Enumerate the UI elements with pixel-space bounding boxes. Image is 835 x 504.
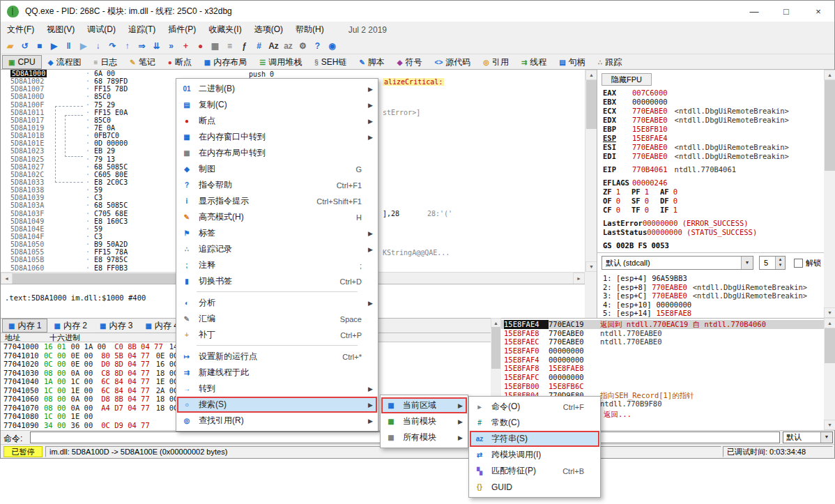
open-file-button[interactable]: ▰ bbox=[3, 39, 17, 53]
disasm-address[interactable]: 5D8A100F bbox=[10, 101, 44, 109]
register-row[interactable]: LastError00000000 (ERROR_SUCCESS) bbox=[603, 219, 822, 228]
stack-row[interactable]: 15E8FAF000000000 bbox=[501, 346, 824, 356]
flag-value[interactable]: 0 bbox=[673, 188, 677, 196]
memory-map-button[interactable]: ▦ bbox=[208, 39, 222, 53]
disasm-address[interactable]: 5D8A1055 bbox=[10, 248, 44, 256]
disasm-address[interactable]: 5D8A1000 bbox=[10, 70, 47, 77]
register-value[interactable]: 770EABE0 bbox=[632, 116, 668, 124]
maximize-button[interactable]: □ bbox=[770, 1, 802, 22]
run-alt-button[interactable]: ▶ bbox=[76, 39, 91, 53]
register-value[interactable]: 00000246 bbox=[632, 178, 668, 187]
menu-item-follow-in-memory-map[interactable]: ▦在内存布局中转到▶ bbox=[177, 145, 377, 161]
tab-log[interactable]: ≡日志 bbox=[88, 55, 124, 69]
disasm-address[interactable]: 5D8A1017 bbox=[10, 116, 44, 124]
register-row[interactable]: ECX770EABE0<ntdll.DbgUiRemoteBreakin> bbox=[603, 107, 822, 116]
register-row[interactable]: ESI770EABE0<ntdll.DbgUiRemoteBreakin> bbox=[603, 143, 822, 152]
disasm-address[interactable]: 5D8A103A bbox=[10, 201, 44, 209]
disasm-address[interactable]: 5D8A1019 bbox=[10, 124, 44, 132]
flags-row[interactable]: ZF1PF1AF0 bbox=[603, 188, 822, 197]
argument-row[interactable]: 5: [esp+14]15E8FAE8 bbox=[603, 309, 822, 318]
scroll-up-icon[interactable]: ▲ bbox=[824, 70, 835, 80]
sync-button[interactable]: ◉ bbox=[325, 39, 339, 53]
stack-row[interactable]: 15E8FB0015E8FB6C bbox=[501, 382, 824, 391]
patch-button[interactable]: + bbox=[178, 39, 193, 53]
disasm-address[interactable]: 5D8A101B bbox=[10, 132, 44, 139]
register-value[interactable]: 00000000 bbox=[632, 98, 668, 106]
tab-breakpoints[interactable]: ●断点 bbox=[162, 55, 198, 69]
menu-item-graph[interactable]: ◆制图G▶ bbox=[177, 161, 377, 177]
disasm-address[interactable]: 5D8A1023 bbox=[10, 147, 44, 155]
register-value[interactable]: 770EABE0 bbox=[632, 152, 668, 160]
menubar-item-2[interactable]: 视图(V) bbox=[40, 22, 81, 38]
argument-row[interactable]: 3: [esp+C]770EABE0<ntdll.DbgUiRemoteBrea… bbox=[603, 291, 822, 300]
argument-row[interactable]: 2: [esp+8]770EABE0<ntdll.DbgUiRemoteBrea… bbox=[603, 283, 822, 292]
tab-script[interactable]: ✎脚本 bbox=[353, 55, 390, 69]
tab-handles[interactable]: ▤句柄 bbox=[553, 55, 591, 69]
scroll-left-icon[interactable]: ◄ bbox=[1, 273, 13, 284]
scroll-down-icon[interactable]: ▼ bbox=[824, 420, 835, 430]
flag-value[interactable]: 1 bbox=[673, 206, 677, 214]
run-to-user-code-button[interactable]: ⇒ bbox=[135, 39, 149, 53]
menu-item-search[interactable]: ○搜索(S)▶ bbox=[177, 397, 377, 413]
calling-convention-select[interactable]: 默认 (stdcall)▼ bbox=[602, 256, 753, 270]
disasm-address[interactable]: 5D8A1011 bbox=[10, 109, 44, 116]
stack-row[interactable]: 15E8FAF400000000 bbox=[501, 356, 824, 365]
menu-item-comment[interactable]: ;注释;▶ bbox=[177, 257, 377, 273]
register-row[interactable]: EBP15E8FB10 bbox=[603, 125, 822, 134]
stepper-arrows-icon[interactable]: ▲▼ bbox=[775, 257, 785, 269]
hide-fpu-button[interactable]: 隐藏FPU bbox=[602, 73, 652, 86]
flag-value[interactable]: 0 bbox=[673, 197, 677, 205]
animate-into-button[interactable]: ⇊ bbox=[149, 39, 164, 53]
flag-value[interactable]: 0 bbox=[616, 206, 620, 214]
disasm-address[interactable]: 5D8A1060 bbox=[10, 264, 44, 272]
minimize-button[interactable]: — bbox=[738, 1, 770, 22]
stack-row[interactable]: 15E8FAE8770EABE0ntdll.770EABE0 bbox=[501, 329, 824, 338]
disasm-address[interactable]: 5D8A105B bbox=[10, 256, 44, 264]
run-button[interactable]: ▶ bbox=[47, 39, 61, 53]
submenu-item-pattern[interactable]: ▚匹配特征(P)Ctrl+B▶ bbox=[470, 463, 599, 479]
argument-row[interactable]: 1: [esp+4]96A59BB3 bbox=[603, 274, 822, 283]
tab-dump-2[interactable]: ▦内存 2 bbox=[47, 319, 93, 333]
menubar-item-8[interactable]: 帮助(H) bbox=[289, 22, 330, 38]
flag-value[interactable]: 1 bbox=[645, 188, 649, 196]
register-row[interactable]: ESP15E8FAE4 bbox=[603, 134, 822, 143]
disasm-address[interactable]: 5D8A1027 bbox=[10, 163, 44, 171]
tab-threads[interactable]: ⇉线程 bbox=[515, 55, 553, 69]
tab-seh[interactable]: §SEH链 bbox=[308, 55, 353, 69]
stack-row[interactable]: 15E8FAFC00000000 bbox=[501, 373, 824, 382]
tab-references[interactable]: ◎引用 bbox=[477, 55, 515, 69]
register-row[interactable]: EFLAGS00000246 bbox=[603, 178, 822, 188]
register-value[interactable]: 00000000 (ERROR_SUCCESS) bbox=[643, 219, 749, 227]
disasm-address[interactable]: 5D8A1049 bbox=[10, 217, 44, 225]
step-into-button[interactable]: ↓ bbox=[91, 39, 105, 53]
tab-trace[interactable]: ∴跟踪 bbox=[592, 55, 628, 69]
close-button[interactable]: × bbox=[802, 1, 834, 22]
tab-notes[interactable]: ✎笔记 bbox=[123, 55, 161, 69]
register-value[interactable]: 00000000 (STATUS_SUCCESS) bbox=[647, 228, 757, 236]
argument-row[interactable]: 4: [esp+10]00000000 bbox=[603, 300, 822, 310]
tab-source[interactable]: <>源代码 bbox=[429, 55, 477, 69]
disasm-address[interactable]: 5D8A1007 bbox=[10, 85, 44, 93]
arg-count-stepper[interactable]: 5▲▼ bbox=[759, 256, 786, 270]
tab-graph[interactable]: ◆流程图 bbox=[42, 55, 88, 69]
disasm-address[interactable]: 5D8A103F bbox=[10, 210, 44, 217]
menu-item-toggle-bookmark[interactable]: ▮切换书签Ctrl+D▶ bbox=[177, 273, 377, 289]
submenu-item-constant[interactable]: #常数(C)▶ bbox=[470, 415, 599, 431]
register-value[interactable]: 007C6000 bbox=[632, 89, 668, 97]
scrollbar-thumb[interactable] bbox=[825, 328, 835, 363]
register-value[interactable]: 770EABE0 bbox=[632, 143, 668, 151]
menu-item-binary[interactable]: 01二进制(B)▶ bbox=[177, 81, 377, 97]
pause-button[interactable]: ‖ bbox=[61, 39, 76, 53]
tab-call-stack[interactable]: ☰调用堆栈 bbox=[253, 55, 308, 69]
disasm-address[interactable]: 5D8A1033 bbox=[10, 178, 44, 186]
menu-item-goto[interactable]: →转到▶ bbox=[177, 381, 377, 397]
menu-item-mnemonic-brief[interactable]: i显示指令提示Ctrl+Shift+F1▶ bbox=[177, 193, 377, 209]
close-process-button[interactable]: ■ bbox=[32, 39, 47, 53]
stack-row[interactable]: 15E8FAEC770EABE0ntdll.770EABE0 bbox=[501, 337, 824, 346]
unlock-checkbox[interactable] bbox=[794, 259, 803, 268]
menu-item-trace-record[interactable]: ∴追踪记录▶ bbox=[177, 241, 377, 257]
register-value[interactable]: 770EABE0 bbox=[632, 107, 668, 115]
lowercase-button[interactable]: az bbox=[281, 39, 296, 53]
step-out-button[interactable]: ↑ bbox=[120, 39, 135, 53]
register-row[interactable]: EDX770EABE0<ntdll.DbgUiRemoteBreakin> bbox=[603, 116, 822, 125]
